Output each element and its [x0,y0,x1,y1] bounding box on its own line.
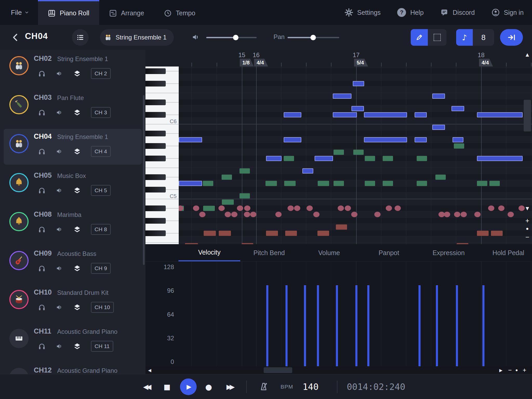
midi-note-ghost[interactable] [334,181,344,186]
piano-roll-grid[interactable] [179,66,532,244]
piano-keyboard[interactable]: C6C5 [145,66,179,244]
drum-note[interactable] [294,205,300,211]
time-signature-chip[interactable]: 4/4 [254,59,268,66]
settings-button[interactable]: Settings [336,8,389,17]
layers-icon[interactable] [73,109,81,116]
midi-note-selected-track[interactable] [179,181,202,186]
black-key[interactable] [145,218,166,224]
channel-badge[interactable]: CH 11 [91,341,113,352]
midi-note-selected-track[interactable] [315,156,333,161]
velocity-bar[interactable] [304,285,306,366]
metronome-icon[interactable] [258,382,269,392]
drum-note[interactable] [225,212,231,217]
midi-note-ghost[interactable] [204,231,216,236]
velocity-bar[interactable] [336,285,338,366]
track-row-ch12[interactable]: CH12Acoustic Grand PianoCH 12 [4,363,142,374]
horizontal-scrollbar-thumb[interactable] [264,367,292,373]
speaker-icon[interactable] [56,225,63,233]
black-key[interactable] [145,187,166,192]
piano-avatar-icon[interactable] [9,329,29,348]
drum-note[interactable] [351,212,357,217]
velocity-chart[interactable] [179,261,532,366]
drum-note[interactable] [386,205,392,211]
stop-button[interactable]: ■ [164,383,170,391]
bell-avatar-icon[interactable] [9,212,29,231]
velocity-bar[interactable] [418,285,421,366]
drum-note[interactable] [231,212,237,217]
drum-note[interactable] [395,205,401,211]
midi-note-selected-track[interactable] [453,137,463,142]
speaker-icon[interactable] [56,109,63,116]
black-key[interactable] [145,156,166,161]
layers-icon[interactable] [73,70,81,77]
layers-icon[interactable] [73,264,81,272]
midi-note-ghost[interactable] [284,156,294,161]
speaker-icon[interactable] [56,148,63,155]
midi-note-selected-track[interactable] [333,112,357,117]
track-row-ch05[interactable]: CH05Music BoxCH 5 [4,168,142,204]
control-tab-panpot[interactable]: Panpot [358,244,420,261]
midi-note-ghost[interactable] [417,156,427,161]
channel-badge[interactable]: CH 4 [91,146,111,157]
headphones-icon[interactable] [38,187,46,194]
midi-note-ghost[interactable] [454,143,464,149]
midi-note-selected-track[interactable] [284,137,301,142]
midi-note-ghost[interactable] [477,231,489,236]
bottle-avatar-icon[interactable] [9,95,29,114]
scroll-right-icon[interactable]: ▶ [499,368,502,373]
midi-note-selected-track[interactable] [364,137,407,142]
vertical-scrollbar-thumb[interactable] [524,100,531,131]
drum-note[interactable] [338,205,344,211]
midi-note-ghost[interactable] [285,231,297,236]
midi-note-ghost[interactable] [491,231,503,236]
jump-to-end-button[interactable] [500,29,523,46]
black-key[interactable] [145,143,166,149]
midi-note-ghost[interactable] [240,168,250,174]
velocity-bar[interactable] [266,285,268,366]
drum-note[interactable] [244,212,250,217]
midi-note-ghost[interactable] [489,181,500,186]
scroll-left-icon[interactable]: ◀ [148,368,151,373]
midi-note-ghost[interactable] [383,156,393,161]
volume-slider[interactable] [206,37,257,38]
midi-note-ghost[interactable] [222,175,232,180]
layers-icon[interactable] [73,303,81,311]
zoom-in-vertical-icon[interactable]: + [525,217,529,225]
midi-note-ghost[interactable] [365,156,375,161]
speaker-icon[interactable] [56,264,63,272]
midi-note-ghost[interactable] [266,231,278,236]
drum-note[interactable] [307,205,313,211]
black-key[interactable] [145,81,166,87]
track-row-ch02[interactable]: CH02String Ensemble 1CH 2 [4,51,142,87]
midi-note-ghost[interactable] [365,181,375,186]
speaker-icon[interactable] [56,303,63,311]
midi-note-ghost[interactable] [203,206,215,211]
drum-note[interactable] [444,212,450,217]
layers-icon[interactable] [73,225,81,233]
headphones-icon[interactable] [38,225,46,233]
fast-forward-button[interactable]: ▶▶ [227,383,233,391]
midi-note-selected-track[interactable] [364,112,407,117]
channel-badge[interactable]: CH 5 [91,185,111,196]
midi-note-selected-track[interactable] [284,112,301,117]
track-list-scrollbar[interactable] [143,95,145,265]
track-row-ch09[interactable]: CH09Acoustic BassCH 9 [4,246,142,282]
midi-note-selected-track[interactable] [432,125,445,130]
drum-note[interactable] [250,212,256,217]
midi-note-ghost[interactable] [317,231,329,236]
midi-note-ghost[interactable] [240,193,250,198]
velocity-bar[interactable] [285,285,288,366]
speaker-icon[interactable] [56,187,63,194]
drum-note[interactable] [193,205,199,211]
channel-badge[interactable]: CH 10 [91,302,114,313]
track-list-button[interactable] [72,29,89,46]
drum-note[interactable] [244,205,250,211]
midi-note-selected-track[interactable] [266,156,282,161]
record-button[interactable]: ● [205,382,212,391]
control-tab-expression[interactable]: Expression [418,244,480,261]
layers-icon[interactable] [73,148,81,155]
track-row-ch03[interactable]: CH03Pan FluteCH 3 [4,90,142,126]
drum-note[interactable] [374,212,381,217]
drum-note[interactable] [345,205,351,211]
rewind-button[interactable]: ◀◀ [143,383,149,391]
